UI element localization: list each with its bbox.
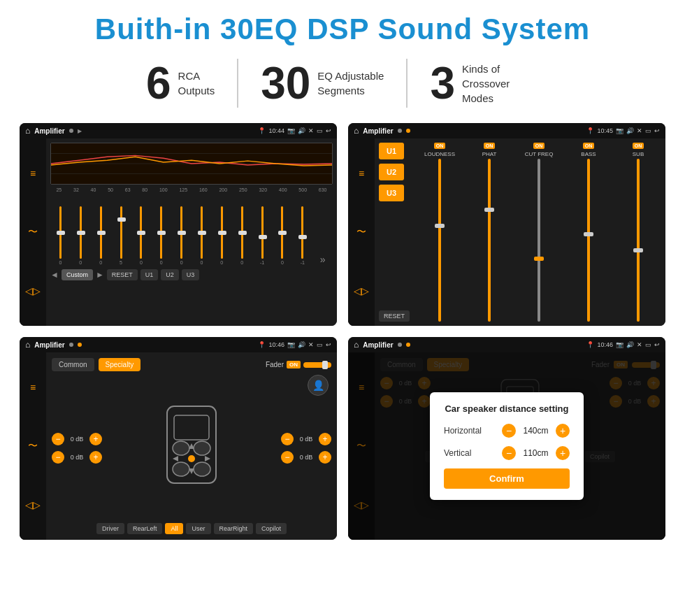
home-icon-3[interactable]: ⌂ — [25, 340, 30, 350]
db-minus-2[interactable]: − — [281, 433, 294, 445]
custom-btn[interactable]: Custom — [62, 269, 93, 280]
bass-label: BASS — [581, 151, 596, 157]
db-plus-2[interactable]: + — [319, 433, 331, 445]
eq-graph — [50, 143, 333, 185]
main-title: Buith-in 30EQ DSP Sound System — [20, 13, 665, 46]
db-minus-3[interactable]: − — [281, 451, 294, 464]
screen3-time: 10:46 — [268, 341, 284, 348]
home-icon-2[interactable]: ⌂ — [354, 126, 359, 136]
screen4-body: ≡ 〜 ◁▷ Common Specialty Fader ON — [348, 352, 665, 540]
db-plus-3[interactable]: + — [319, 451, 331, 464]
rear-right-btn-3[interactable]: RearRight — [214, 523, 254, 534]
back-icon-1[interactable]: ↩ — [326, 127, 331, 134]
rear-left-btn-3[interactable]: RearLeft — [127, 523, 163, 534]
chevron-right-icon[interactable]: » — [320, 254, 326, 265]
person-icon-btn-3[interactable]: 👤 — [308, 375, 329, 396]
back-icon-4[interactable]: ↩ — [654, 341, 660, 348]
confirm-button[interactable]: Confirm — [444, 468, 570, 489]
status-dot-2b — [406, 129, 410, 133]
horizontal-plus[interactable]: + — [556, 424, 570, 438]
back-icon-2[interactable]: ↩ — [654, 127, 660, 134]
eq-bottom-bar: ◄ Custom ► RESET U1 U2 U3 — [50, 269, 333, 280]
camera-icon-3: 📷 — [287, 341, 295, 348]
specialty-tab-3[interactable]: Specialty — [99, 358, 141, 371]
common-tab-3[interactable]: Common — [52, 358, 94, 371]
reset-btn-cross[interactable]: RESET — [379, 310, 410, 322]
feature-crossover-number: 3 — [430, 61, 455, 106]
screen-crossover: ⌂ Amplifier 📍 10:45 📷 🔊 ✕ ▭ ↩ ≡ — [348, 123, 665, 326]
eq-slider-3: 5 — [113, 195, 130, 265]
fader-main: Common Specialty Fader ON 👤 — [46, 352, 337, 540]
next-arrow[interactable]: ► — [96, 270, 104, 280]
speaker-icon-1[interactable]: ◁▷ — [25, 285, 41, 296]
location-icon-1: 📍 — [258, 127, 266, 134]
u2-btn-cross[interactable]: U2 — [379, 164, 404, 180]
eq-slider-7: 0 — [193, 195, 210, 265]
db-minus-0[interactable]: − — [52, 433, 64, 445]
db-plus-0[interactable]: + — [89, 433, 102, 445]
vertical-row: Vertical − 110cm + — [444, 446, 570, 460]
u1-btn-1[interactable]: U1 — [140, 269, 159, 280]
volume-icon-2: 🔊 — [626, 127, 634, 134]
db-value-0: 0 dB — [67, 436, 87, 443]
location-icon-3: 📍 — [258, 341, 266, 348]
eq-slider-0: 0 — [52, 195, 69, 265]
volume-icon-1: 🔊 — [298, 127, 305, 134]
eq-main: 2532 4050 6380 100125 160200 250320 4005… — [46, 138, 337, 326]
vertical-minus[interactable]: − — [502, 446, 516, 460]
status-right-4: 📍 10:46 📷 🔊 ✕ ▭ ↩ — [586, 341, 660, 348]
svg-point-9 — [194, 462, 210, 476]
feature-rca-text: RCA Outputs — [178, 69, 215, 98]
user-btn-3[interactable]: User — [186, 523, 210, 534]
eq-slider-4: 0 — [132, 195, 150, 265]
feature-crossover: 3 Kinds of Crossover Modes — [408, 61, 561, 106]
speaker-icon-3[interactable]: ◁▷ — [25, 499, 41, 510]
back-icon-3[interactable]: ↩ — [326, 341, 331, 348]
dialog-title: Car speaker distance setting — [444, 403, 570, 414]
screen2-time: 10:45 — [597, 127, 613, 134]
speaker-icon-2[interactable]: ◁▷ — [354, 285, 369, 296]
u3-btn-cross[interactable]: U3 — [379, 185, 404, 201]
db-minus-1[interactable]: − — [52, 451, 64, 464]
vertical-label: Vertical — [444, 448, 486, 458]
screen4-time: 10:46 — [597, 341, 613, 348]
fader-slider-3[interactable] — [303, 362, 331, 368]
status-bar-3: ⌂ Amplifier 📍 10:46 📷 🔊 ✕ ▭ ↩ — [20, 337, 337, 352]
loudness-label: LOUDNESS — [424, 151, 455, 157]
eq-slider-8: 0 — [213, 195, 231, 265]
side-icons-1: ≡ 〜 ◁▷ — [20, 138, 46, 326]
copilot-btn-3[interactable]: Copilot — [256, 523, 287, 534]
volume-icon-4: 🔊 — [626, 341, 634, 348]
screen-fader: ⌂ Amplifier 📍 10:46 📷 🔊 ✕ ▭ ↩ ≡ — [20, 337, 337, 540]
vertical-plus[interactable]: + — [556, 446, 570, 460]
screen1-title: Amplifier — [34, 127, 64, 135]
u1-btn-cross[interactable]: U1 — [379, 143, 404, 159]
u2-btn-1[interactable]: U2 — [161, 269, 179, 280]
eq-icon-1[interactable]: ≡ — [30, 168, 36, 179]
screen3-title: Amplifier — [34, 341, 64, 349]
driver-btn-3[interactable]: Driver — [96, 523, 124, 534]
home-icon-4[interactable]: ⌂ — [354, 340, 359, 350]
wave-icon-2[interactable]: 〜 — [356, 226, 366, 238]
db-plus-1[interactable]: + — [89, 451, 102, 464]
battery-icon-1: ▭ — [317, 127, 323, 134]
status-bar-1: ⌂ Amplifier ▶ 📍 10:44 📷 🔊 ✕ ▭ ↩ — [20, 123, 337, 138]
feature-eq-text: EQ Adjustable Segments — [317, 69, 384, 98]
all-btn-3[interactable]: All — [165, 523, 183, 534]
status-bar-2: ⌂ Amplifier 📍 10:45 📷 🔊 ✕ ▭ ↩ — [348, 123, 665, 138]
status-dot-3b — [78, 343, 82, 347]
phat-label: PHAT — [482, 151, 497, 157]
reset-btn-1[interactable]: RESET — [107, 269, 138, 280]
screen4-title: Amplifier — [363, 341, 393, 349]
eq-icon-2[interactable]: ≡ — [359, 168, 364, 179]
wave-icon-3[interactable]: 〜 — [28, 440, 38, 452]
wave-icon-1[interactable]: 〜 — [28, 226, 38, 238]
home-icon-1[interactable]: ⌂ — [25, 126, 30, 136]
db-row-3: − 0 dB + — [281, 451, 331, 464]
side-icons-2: ≡ 〜 ◁▷ — [348, 138, 375, 326]
horizontal-minus[interactable]: − — [502, 424, 516, 438]
status-dot-4 — [398, 343, 402, 347]
prev-arrow[interactable]: ◄ — [50, 270, 59, 280]
u3-btn-1[interactable]: U3 — [182, 269, 200, 280]
eq-icon-3[interactable]: ≡ — [30, 382, 36, 393]
